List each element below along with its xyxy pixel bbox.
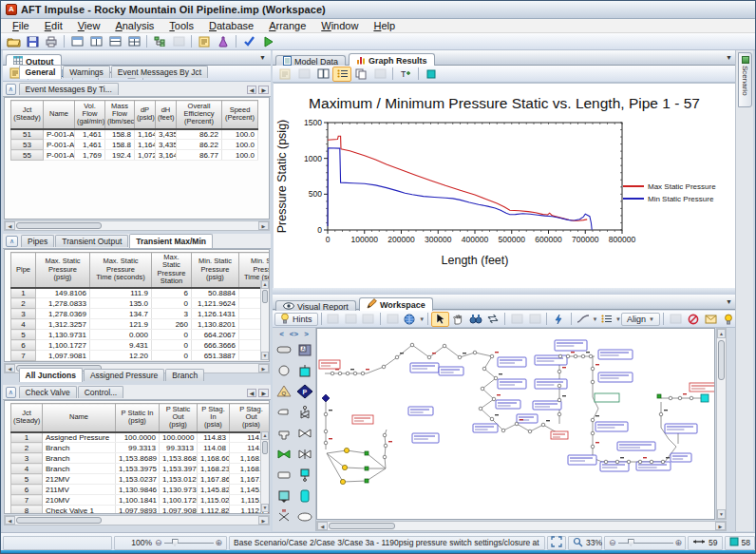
junction-tab-control-[interactable]: Control...	[78, 386, 124, 398]
hints-button[interactable]: Hints	[274, 313, 318, 326]
menu-database[interactable]: Database	[201, 20, 261, 31]
ws-morph-button[interactable]	[550, 312, 568, 327]
message-tab-scroll[interactable]: ◀▶	[247, 86, 269, 94]
workspace-canvas[interactable]	[316, 328, 715, 520]
ws-globe-caret[interactable]: ▼	[419, 316, 425, 322]
workspace-zoom-slider[interactable]: ⊖⊕	[609, 539, 682, 547]
gas-accumulator-tool[interactable]	[294, 486, 315, 506]
notes-button[interactable]	[195, 34, 214, 49]
pipe-tab-transient-output[interactable]: Transient Output	[55, 235, 128, 247]
volume-balance-tool[interactable]	[294, 506, 315, 527]
junction-tab-branch[interactable]: Branch	[165, 369, 204, 381]
menu-file[interactable]: File	[5, 20, 37, 31]
toolbox-pager[interactable]: <<>>	[273, 328, 315, 339]
ws-tab-workspace[interactable]: Workspace	[359, 297, 433, 312]
ws-pan-tool[interactable]	[449, 312, 467, 327]
pipe-tab-pipes[interactable]: Pipes	[21, 235, 54, 247]
print-button[interactable]	[42, 34, 61, 49]
output-zoom-slider[interactable]: ⊖⊕	[155, 539, 222, 547]
table-row: 31,278.0369134.731,126.1431110	[11, 309, 271, 319]
svg-text:0: 0	[317, 225, 322, 235]
collapse-pipes-button[interactable]: ∧	[6, 236, 18, 247]
menu-edit[interactable]: Edit	[37, 20, 70, 31]
ws-mail-button[interactable]	[702, 312, 720, 327]
ws-layers-button[interactable]	[597, 312, 615, 327]
graph-split-button[interactable]	[313, 67, 332, 82]
horizontal-splitter[interactable]	[273, 288, 737, 295]
spray-discharge-tool[interactable]	[274, 402, 294, 423]
ws-swap-button[interactable]	[484, 312, 502, 327]
message-tab-warnings[interactable]: Warnings	[63, 66, 110, 78]
output-window-button[interactable]	[105, 34, 124, 49]
dead-end-tool[interactable]	[274, 465, 294, 486]
check-valve-tool[interactable]	[274, 444, 294, 465]
menu-tools[interactable]: Tools	[161, 20, 201, 31]
table-cell: 7	[11, 351, 36, 361]
tee-tool[interactable]	[274, 423, 294, 444]
fit-view-cell[interactable]	[547, 536, 566, 550]
scenario-path-cell: Base Scenario/Case 2/Case 3/Case 3a - 11…	[229, 536, 545, 550]
save-button[interactable]	[23, 34, 42, 49]
check-model-button[interactable]	[239, 34, 258, 49]
table-cell: 5	[11, 474, 43, 485]
branch-tool[interactable]	[274, 360, 294, 381]
junction-tab-assigned-pressure[interactable]: Assigned Pressure	[84, 369, 164, 381]
fluid-properties-button[interactable]	[214, 34, 233, 49]
output-panel-menu-caret[interactable]: ▼	[259, 54, 266, 61]
menu-arrange[interactable]: Arrange	[261, 20, 313, 31]
menu-view[interactable]: View	[70, 20, 108, 31]
ws-nosymbol-button[interactable]	[684, 312, 702, 327]
collapse-messages-button[interactable]: ∧	[6, 84, 16, 95]
graph-panel-menu-caret[interactable]: ▼	[726, 54, 732, 61]
liquid-accumulator-tool[interactable]	[274, 486, 294, 506]
column-header: Jct (Steady)	[11, 101, 44, 129]
workspace-panel-menu-caret[interactable]: ▼	[726, 298, 732, 305]
menu-analysis[interactable]: Analysis	[107, 20, 161, 31]
junction-table-hscroll[interactable]: ◀▶	[4, 515, 270, 525]
reservoir-tool[interactable]	[294, 360, 315, 381]
ws-globe-button[interactable]	[402, 312, 420, 327]
toolbox-grid: AQP	[273, 339, 315, 527]
junction-table-vscroll[interactable]: ▲▼	[260, 431, 269, 512]
tile-windows-button[interactable]	[124, 34, 143, 49]
title-bar[interactable]: A AFT Impulse - Rocky Mountain Oil Pipel…	[1, 1, 755, 19]
valve-actuator-tool[interactable]	[294, 402, 315, 423]
workspace-hscroll[interactable]: ◀▶	[316, 521, 727, 531]
graph-copy-button[interactable]	[351, 67, 370, 82]
assigned-flow-tool[interactable]: Q	[274, 381, 294, 402]
junction-tab-check-valve[interactable]: Check Valve	[19, 386, 77, 398]
menu-window[interactable]: Window	[313, 20, 366, 31]
junction-tab-scroll[interactable]: ◀▶	[247, 389, 269, 397]
relief-valve-tool[interactable]	[274, 506, 294, 527]
pump-tool[interactable]: P	[294, 381, 315, 402]
graph-color-button[interactable]	[422, 67, 441, 82]
ws-find-button[interactable]	[466, 312, 484, 327]
scenario-tab[interactable]: Scenario	[738, 52, 752, 107]
collapse-junctions-button[interactable]: ∧	[6, 387, 16, 398]
gate-valve-tool[interactable]	[294, 444, 315, 465]
pipe-tool[interactable]	[274, 339, 294, 360]
ws-pipe-drawing-button[interactable]	[575, 312, 593, 327]
scenario-manager-button[interactable]	[150, 34, 169, 49]
workspace-vscroll[interactable]: ▲▼	[716, 328, 727, 520]
align-button[interactable]: Align ▼	[621, 313, 660, 326]
junction-tab-all-junctions[interactable]: All Junctions	[19, 368, 83, 382]
pipe-table-vscroll[interactable]: ▲▼	[260, 280, 269, 360]
surge-tank-tool[interactable]	[294, 465, 315, 486]
pipe-tab-transient-max-min[interactable]: Transient Max/Min	[129, 234, 213, 248]
workspace-window-button[interactable]	[67, 34, 86, 49]
run-model-button[interactable]	[258, 34, 277, 49]
graph-text-button[interactable]: T	[396, 67, 415, 82]
valve-tool[interactable]	[294, 423, 315, 444]
menu-help[interactable]: Help	[366, 20, 403, 31]
open-button[interactable]	[4, 34, 23, 49]
svg-text:400000: 400000	[462, 235, 489, 244]
model-data-window-button[interactable]	[86, 34, 105, 49]
message-tab-general[interactable]: General	[19, 65, 63, 79]
pump-table-hscroll[interactable]: ◀▶	[4, 220, 270, 231]
assigned-pressure-tool[interactable]: A	[294, 339, 315, 360]
ws-select-tool[interactable]	[431, 312, 449, 327]
graph-parameters-button[interactable]	[332, 67, 351, 82]
message-tab-event-messages-by-ti-[interactable]: Event Messages By Ti...	[19, 83, 119, 95]
message-tab-event-messages-by-jct[interactable]: Event Messages By Jct	[111, 66, 208, 78]
